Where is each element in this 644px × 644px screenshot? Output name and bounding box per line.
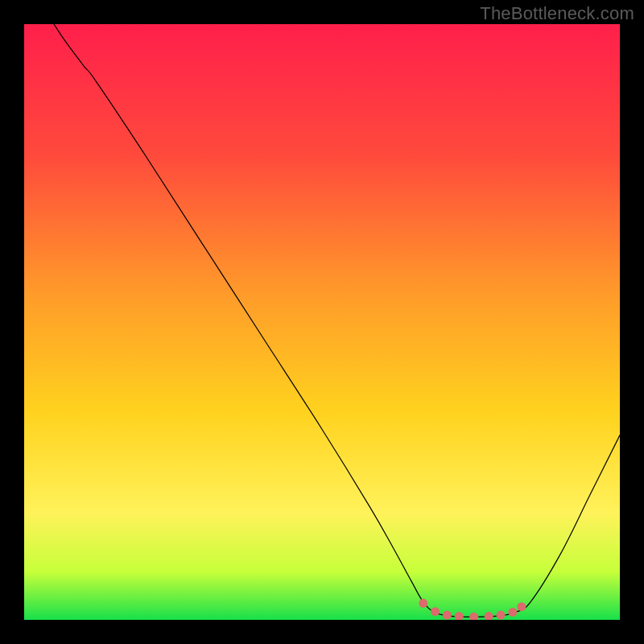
highlight-markers-point: [419, 599, 427, 608]
chart-container: TheBottleneck.com: [0, 0, 644, 644]
watermark-text: TheBottleneck.com: [480, 3, 634, 24]
plot-background: [24, 24, 620, 620]
highlight-markers-point: [443, 611, 452, 620]
highlight-markers-point: [455, 612, 464, 621]
bottleneck-chart: [0, 0, 644, 644]
highlight-markers-point: [469, 613, 478, 621]
highlight-markers-point: [485, 612, 493, 621]
highlight-markers-point: [431, 607, 440, 616]
highlight-markers-point: [508, 608, 517, 617]
highlight-markers-point: [497, 611, 506, 620]
highlight-markers-point: [517, 602, 526, 611]
